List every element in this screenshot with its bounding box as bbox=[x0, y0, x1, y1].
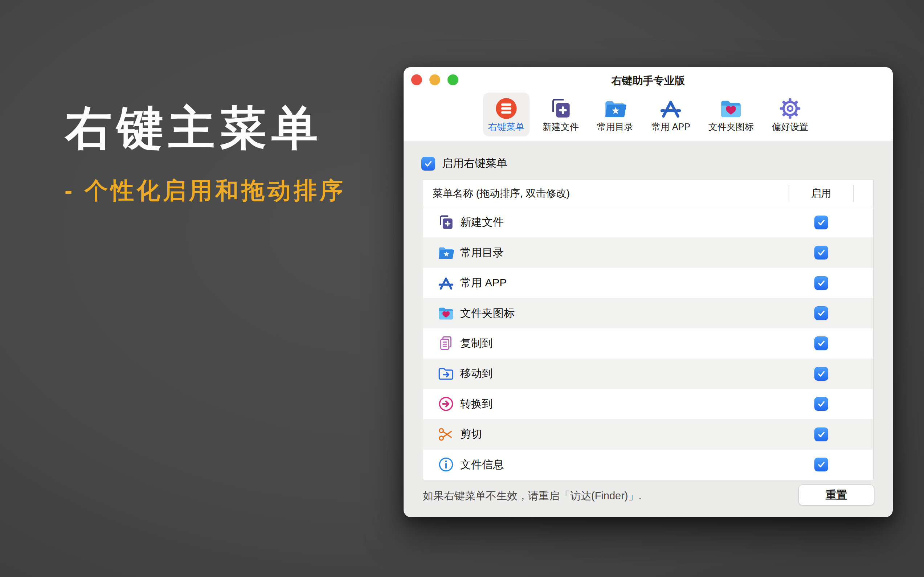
row-label: 新建文件 bbox=[460, 215, 504, 230]
row-checkbox-convert-to[interactable] bbox=[814, 397, 828, 411]
column-header-name: 菜单名称 (拖动排序, 双击修改) bbox=[423, 187, 570, 200]
menu-table: 菜单名称 (拖动排序, 双击修改) 启用 新建文件常用目录常用 APP文件夹图标… bbox=[423, 180, 874, 480]
toolbar-item-preferences[interactable]: 偏好设置 bbox=[767, 92, 813, 137]
new-file-icon bbox=[438, 214, 455, 231]
row-checkbox-copy-to[interactable] bbox=[814, 337, 828, 350]
appstore-a-icon bbox=[659, 97, 682, 120]
toolbar-item-label: 常用 APP bbox=[651, 121, 690, 133]
row-label: 转换到 bbox=[460, 396, 493, 411]
table-row-file-info[interactable]: 文件信息 bbox=[423, 450, 873, 480]
enable-right-click-checkbox[interactable] bbox=[421, 157, 435, 171]
row-checkbox-folder-icons[interactable] bbox=[814, 306, 828, 320]
row-checkbox-move-to[interactable] bbox=[814, 367, 828, 381]
menu-circle-icon bbox=[495, 97, 518, 120]
table-row-favorite-apps[interactable]: 常用 APP bbox=[423, 268, 873, 298]
row-label: 移动到 bbox=[460, 366, 493, 381]
toolbar-item-folder-icons[interactable]: 文件夹图标 bbox=[703, 92, 759, 137]
toolbar-item-label: 新建文件 bbox=[543, 121, 579, 133]
info-circle-icon bbox=[438, 456, 455, 473]
folder-star-icon bbox=[603, 97, 627, 120]
toolbar-item-label: 偏好设置 bbox=[772, 121, 808, 133]
folder-heart-icon bbox=[719, 97, 743, 120]
toolbar-item-favorite-folders[interactable]: 常用目录 bbox=[592, 92, 639, 137]
row-checkbox-file-info[interactable] bbox=[814, 458, 828, 471]
window-title: 右键助手专业版 bbox=[403, 74, 893, 88]
row-label: 文件信息 bbox=[460, 457, 504, 472]
toolbar-item-right-click-menu[interactable]: 右键菜单 bbox=[483, 92, 529, 137]
row-label: 常用目录 bbox=[460, 245, 504, 260]
row-label: 复制到 bbox=[460, 336, 493, 351]
column-header-enabled: 启用 bbox=[789, 187, 853, 200]
table-row-cut[interactable]: 剪切 bbox=[423, 419, 873, 449]
toolbar-item-new-file[interactable]: 新建文件 bbox=[537, 92, 584, 137]
table-row-move-to[interactable]: 移动到 bbox=[423, 359, 873, 388]
window-content: 启用右键菜单 菜单名称 (拖动排序, 双击修改) 启用 新建文件常用目录常用 A… bbox=[403, 142, 893, 517]
row-checkbox-new-file[interactable] bbox=[814, 216, 828, 229]
app-window: 右键助手专业版 右键菜单新建文件常用目录常用 APP文件夹图标偏好设置 启用右键… bbox=[403, 67, 893, 517]
row-checkbox-favorite-apps[interactable] bbox=[814, 276, 828, 290]
table-row-convert-to[interactable]: 转换到 bbox=[423, 389, 873, 419]
hero-title: 右键主菜单 bbox=[65, 103, 323, 154]
row-label: 剪切 bbox=[460, 427, 482, 442]
hero-subtitle: - 个性化启用和拖动排序 bbox=[65, 175, 346, 206]
table-row-folder-icons[interactable]: 文件夹图标 bbox=[423, 298, 873, 328]
reset-button[interactable]: 重置 bbox=[798, 485, 874, 506]
folder-star-icon bbox=[438, 244, 455, 261]
appstore-a-icon bbox=[438, 275, 455, 292]
folder-arrow-icon bbox=[438, 366, 455, 382]
enable-right-click-label: 启用右键菜单 bbox=[442, 156, 507, 171]
column-divider bbox=[853, 185, 854, 202]
toolbar-item-favorite-apps[interactable]: 常用 APP bbox=[647, 92, 695, 137]
toolbar-item-label: 常用目录 bbox=[597, 121, 633, 133]
gear-icon bbox=[779, 97, 802, 120]
row-checkbox-favorite-folders[interactable] bbox=[814, 246, 828, 259]
table-row-new-file[interactable]: 新建文件 bbox=[423, 207, 873, 237]
window-header: 右键助手专业版 右键菜单新建文件常用目录常用 APP文件夹图标偏好设置 bbox=[403, 67, 893, 142]
table-row-copy-to[interactable]: 复制到 bbox=[423, 329, 873, 359]
new-file-icon bbox=[549, 97, 572, 120]
toolbar: 右键菜单新建文件常用目录常用 APP文件夹图标偏好设置 bbox=[403, 92, 893, 137]
scissors-icon bbox=[438, 426, 455, 443]
toolbar-item-label: 文件夹图标 bbox=[708, 121, 754, 133]
table-row-favorite-folders[interactable]: 常用目录 bbox=[423, 237, 873, 268]
footer-hint: 如果右键菜单不生效，请重启「访达(Finder)」. bbox=[423, 489, 642, 503]
row-label: 文件夹图标 bbox=[460, 306, 514, 321]
copy-pages-icon bbox=[438, 335, 455, 351]
row-label: 常用 APP bbox=[460, 276, 506, 290]
table-rows: 新建文件常用目录常用 APP文件夹图标复制到移动到转换到剪切文件信息 bbox=[423, 207, 873, 480]
table-header: 菜单名称 (拖动排序, 双击修改) 启用 bbox=[423, 180, 873, 207]
toolbar-item-label: 右键菜单 bbox=[488, 121, 524, 133]
row-checkbox-cut[interactable] bbox=[814, 427, 828, 441]
folder-heart-icon bbox=[438, 305, 455, 322]
circle-arrow-icon bbox=[438, 396, 455, 412]
enable-right-click-row: 启用右键菜单 bbox=[421, 156, 507, 171]
